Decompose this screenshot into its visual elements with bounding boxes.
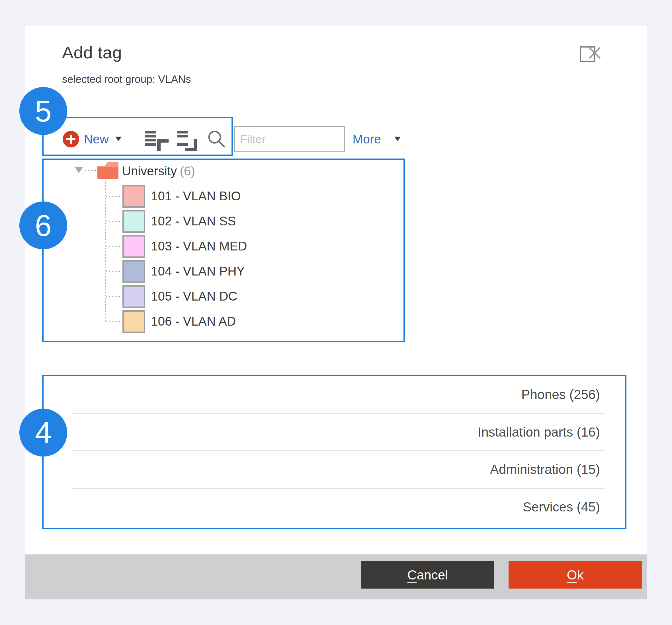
ok-mnemonic: O (567, 568, 577, 582)
ok-label-rest: k (577, 568, 583, 582)
ok-button[interactable]: Ok (508, 561, 642, 589)
tree-connector (106, 221, 120, 222)
tree-expand-arrow-icon[interactable] (75, 167, 83, 173)
tag-list-item[interactable]: Phones (256) (44, 376, 622, 413)
tree-item[interactable]: 103 - VLAN MED (151, 239, 247, 253)
vlan-color-swatch (122, 285, 145, 308)
tree-connector (105, 182, 106, 322)
tree-connector (106, 246, 120, 247)
vlan-color-swatch (122, 260, 145, 283)
dialog-title: Add tag (62, 43, 122, 62)
tree-item[interactable]: 106 - VLAN AD (151, 314, 236, 328)
tree-connector (106, 196, 120, 197)
folder-icon (97, 162, 118, 179)
callout-circle-6 (19, 201, 67, 249)
tag-list-item[interactable]: Installation parts (16) (44, 414, 622, 451)
cancel-mnemonic: C (407, 568, 416, 582)
tree-item[interactable]: 101 - VLAN BIO (151, 189, 241, 203)
callout-circle-4 (19, 409, 67, 456)
cancel-button[interactable]: Cancel (361, 561, 494, 589)
callout-circle-5 (19, 87, 67, 135)
selected-root-group-text: selected root group: VLANs (62, 73, 191, 85)
collapse-all-icon[interactable] (145, 131, 168, 151)
vlan-color-swatch (122, 235, 145, 258)
tree-item[interactable]: 105 - VLAN DC (151, 289, 237, 303)
vlan-color-swatch (122, 185, 145, 208)
tree-connector (106, 271, 120, 272)
tree-connector (106, 321, 120, 322)
tag-list-item[interactable]: Administration (15) (44, 451, 622, 488)
tree-root-count: (6) (180, 164, 195, 178)
filter-input[interactable] (234, 126, 345, 152)
tree-connector (106, 296, 120, 297)
close-icon[interactable] (586, 44, 604, 62)
vlan-color-swatch (122, 310, 145, 333)
expand-all-icon[interactable] (177, 131, 200, 151)
tree-root-label: University (122, 164, 177, 178)
vlan-color-swatch (122, 210, 145, 233)
tag-list-item[interactable]: Services (45) (44, 489, 622, 525)
tree-root-row[interactable]: University(6) (122, 164, 195, 178)
cancel-label-rest: ancel (417, 568, 448, 582)
plus-icon[interactable] (63, 131, 79, 147)
tag-list: Phones (256) Installation parts (16) Adm… (44, 376, 622, 525)
more-button[interactable]: More (353, 132, 381, 146)
new-button[interactable]: New (84, 132, 109, 146)
tree-connector (85, 170, 97, 171)
tree-item[interactable]: 102 - VLAN SS (151, 214, 236, 228)
tree-item[interactable]: 104 - VLAN PHY (151, 264, 245, 278)
search-icon[interactable] (207, 129, 227, 150)
chevron-down-icon[interactable] (115, 136, 122, 141)
chevron-down-icon[interactable] (394, 136, 401, 141)
page: { "window": { "title": "Add tag", "subti… (0, 0, 672, 625)
